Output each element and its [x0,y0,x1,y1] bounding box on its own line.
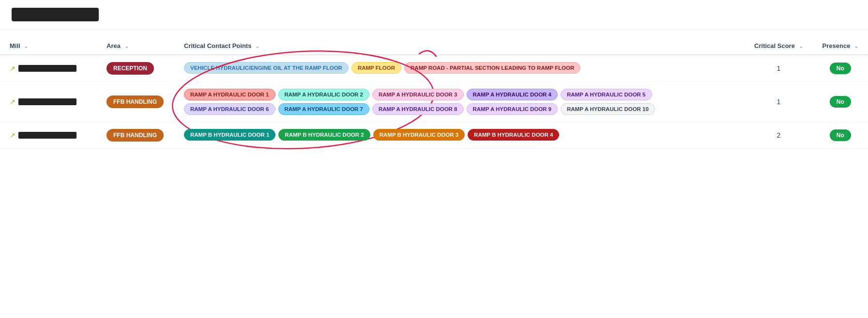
top-bar [0,0,868,30]
ccp-sort-icon: ⌄ [255,43,259,49]
ccp-tag[interactable]: RAMP B HYDRAULIC DOOR 2 [278,129,370,141]
mill-name-text [18,65,76,72]
ccp-tag[interactable]: RAMP B HYDRAULIC DOOR 4 [468,129,559,141]
ccp-tags: VEHICLE HYDRAULIC/ENGINE OIL AT THE RAMP… [184,62,735,74]
area-badge: FFB HANDLING [107,129,164,142]
presence-badge: No [830,96,851,108]
ccp-tag[interactable]: RAMP A HYDRAULIC DOOR 10 [561,103,655,115]
ccp-tag[interactable]: RAMP ROAD - PARTIAL SECTION LEADING TO R… [404,62,580,74]
ccp-cell: VEHICLE HYDRAULIC/ENGINE OIL AT THE RAMP… [174,55,745,82]
col-presence[interactable]: Presence ⌄ [813,37,868,55]
ccp-tag[interactable]: RAMP A HYDRAULIC DOOR 3 [372,89,464,100]
ccp-tag[interactable]: RAMP B HYDRAULIC DOOR 3 [373,129,465,141]
mill-expand-icon: ↗ [10,98,15,106]
table-row: ↗ FFB HANDLINGRAMP B HYDRAULIC DOOR 1RAM… [0,122,868,149]
mill-name-text [18,132,76,139]
area-sort-icon: ⌄ [124,43,129,49]
presence-cell: No [813,55,868,82]
mill-expand-icon: ↗ [10,131,15,139]
presence-badge: No [830,129,851,141]
score-cell: 1 [745,82,812,122]
ccp-tag[interactable]: RAMP A HYDRAULIC DOOR 4 [467,89,558,100]
ccp-cell: RAMP A HYDRAULIC DOOR 1RAMP A HYDRAULIC … [174,82,745,122]
presence-badge: No [830,63,851,74]
area-cell: FFB HANDLING [97,122,174,149]
ccp-tag[interactable]: RAMP A HYDRAULIC DOOR 9 [467,103,558,115]
ccp-tags: RAMP A HYDRAULIC DOOR 1RAMP A HYDRAULIC … [184,89,735,115]
mill-cell: ↗ [0,55,97,82]
col-area[interactable]: Area ⌄ [97,37,174,55]
main-table: Mill ⌄ Area ⌄ Critical Contact Points ⌄ … [0,37,868,149]
ccp-tag[interactable]: RAMP A HYDRAULIC DOOR 8 [372,103,464,115]
area-badge: FFB HANDLING [107,95,164,108]
presence-cell: No [813,82,868,122]
area-badge: RECEPTION [107,62,154,75]
ccp-tag[interactable]: RAMP B HYDRAULIC DOOR 1 [184,129,275,141]
table-row: ↗ RECEPTIONVEHICLE HYDRAULIC/ENGINE OIL … [0,55,868,82]
col-score[interactable]: Critical Score ⌄ [745,37,812,55]
table-container: Mill ⌄ Area ⌄ Critical Contact Points ⌄ … [0,30,868,157]
mill-cell: ↗ [0,122,97,149]
mill-name: ↗ [10,131,87,139]
score-sort-icon: ⌄ [799,43,803,49]
mill-name: ↗ [10,64,87,72]
area-cell: FFB HANDLING [97,82,174,122]
ccp-tags: RAMP B HYDRAULIC DOOR 1RAMP B HYDRAULIC … [184,129,735,141]
ccp-tag[interactable]: RAMP A HYDRAULIC DOOR 6 [184,103,275,115]
ccp-tag[interactable]: VEHICLE HYDRAULIC/ENGINE OIL AT THE RAMP… [184,62,349,74]
ccp-tag[interactable]: RAMP A HYDRAULIC DOOR 1 [184,89,275,100]
ccp-tag[interactable]: RAMP A HYDRAULIC DOOR 7 [278,103,370,115]
presence-cell: No [813,122,868,149]
logo [12,8,99,21]
ccp-tag[interactable]: RAMP A HYDRAULIC DOOR 5 [561,89,652,100]
area-cell: RECEPTION [97,55,174,82]
mill-name-text [18,98,76,105]
ccp-cell: RAMP B HYDRAULIC DOOR 1RAMP B HYDRAULIC … [174,122,745,149]
table-header-row: Mill ⌄ Area ⌄ Critical Contact Points ⌄ … [0,37,868,55]
score-cell: 1 [745,55,812,82]
table-row: ↗ FFB HANDLINGRAMP A HYDRAULIC DOOR 1RAM… [0,82,868,122]
col-ccp[interactable]: Critical Contact Points ⌄ [174,37,745,55]
mill-cell: ↗ [0,82,97,122]
col-mill[interactable]: Mill ⌄ [0,37,97,55]
ccp-tag[interactable]: RAMP FLOOR [351,62,401,74]
score-cell: 2 [745,122,812,149]
mill-sort-icon: ⌄ [24,43,28,49]
mill-name: ↗ [10,98,87,106]
mill-expand-icon: ↗ [10,64,15,72]
ccp-tag[interactable]: RAMP A HYDRAULIC DOOR 2 [278,89,370,100]
presence-sort-icon: ⌄ [854,43,858,49]
